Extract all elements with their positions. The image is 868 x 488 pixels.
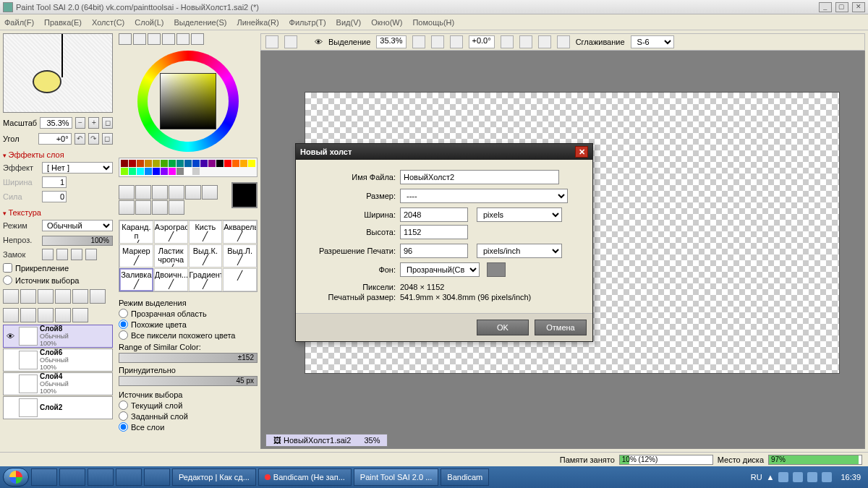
src-current-radio[interactable] <box>119 401 128 410</box>
rotate-tool[interactable] <box>135 200 151 215</box>
canvas-zoom-value[interactable]: 35.3% <box>376 35 406 48</box>
rotate-cw-button[interactable] <box>519 35 532 48</box>
scale-plus-button[interactable]: + <box>88 117 99 129</box>
navigator-thumbnail[interactable] <box>3 33 113 113</box>
swatch[interactable] <box>161 160 168 167</box>
swatch[interactable] <box>169 160 176 167</box>
brush-Ластик чponча[interactable]: Ластик чponча╱ <box>154 244 188 267</box>
menu-видv[interactable]: Вид(V) <box>336 18 362 27</box>
new-folder-button[interactable] <box>38 289 54 304</box>
tray-up-icon[interactable]: ▲ <box>767 473 775 481</box>
swatch[interactable] <box>145 160 152 167</box>
lasso-tool[interactable] <box>135 185 151 200</box>
lock-button-3[interactable] <box>71 249 82 260</box>
swatch[interactable] <box>153 160 160 167</box>
brush-Акварель[interactable]: Акварель╱ <box>223 221 257 244</box>
mixer-icon[interactable] <box>162 33 175 45</box>
move-tool[interactable] <box>202 185 218 200</box>
flatten-button[interactable] <box>38 308 54 322</box>
swatch[interactable] <box>176 168 184 175</box>
minimize-button[interactable]: _ <box>819 2 832 12</box>
pinned-app-2[interactable] <box>116 468 142 486</box>
menu-линейкаr[interactable]: Линейка(R) <box>237 18 278 27</box>
layer-misc-button[interactable] <box>72 308 88 322</box>
tray-icon-2[interactable] <box>793 472 803 482</box>
menu-помощьh[interactable]: Помощь(H) <box>412 18 454 27</box>
resolution-input[interactable] <box>400 244 468 258</box>
lock-button-1[interactable] <box>42 249 54 260</box>
brush-Аэрограф[interactable]: Аэрограф╱ <box>154 221 188 244</box>
clear-layer-button[interactable] <box>90 289 106 304</box>
resolution-unit-select[interactable]: pixels/inch <box>477 244 562 258</box>
width-input[interactable] <box>400 207 468 222</box>
hand-tool[interactable] <box>152 200 168 215</box>
rotate-reset-button[interactable] <box>538 35 551 48</box>
ok-button[interactable]: OK <box>477 320 529 335</box>
color-wheel[interactable] <box>137 51 239 152</box>
brush-Каранд. п[interactable]: Каранд. п╱ <box>119 221 153 244</box>
force-slider[interactable]: 45 px <box>119 376 258 386</box>
swatch[interactable] <box>184 168 192 175</box>
rect-select-tool[interactable] <box>119 185 135 200</box>
swatch[interactable] <box>200 160 208 167</box>
zoom-out-button[interactable] <box>412 35 425 48</box>
swatch[interactable] <box>129 168 136 175</box>
swatch[interactable] <box>137 160 144 167</box>
bg-color-swatch[interactable] <box>487 262 506 277</box>
swatch[interactable] <box>145 168 152 175</box>
opacity-slider[interactable]: 100% <box>42 236 113 246</box>
brush-Выд.К.[interactable]: Выд.К.╱ <box>189 244 223 267</box>
swatch[interactable] <box>121 168 128 175</box>
foreground-color[interactable] <box>231 182 258 208</box>
angle-cw-button[interactable]: ↷ <box>88 133 99 145</box>
color-wheel-icon[interactable] <box>119 33 132 45</box>
swatch[interactable] <box>153 168 160 175</box>
range-slider[interactable]: ±152 <box>119 353 258 363</box>
new-layer-button[interactable] <box>3 289 19 304</box>
tb-undo-icon[interactable] <box>265 35 278 48</box>
layer-item[interactable]: 👁Слой8Обычный100% <box>3 325 113 348</box>
src-specified-radio[interactable] <box>119 411 128 421</box>
angle-value[interactable]: +0° <box>38 133 72 145</box>
scale-reset-button[interactable]: ◻ <box>102 117 113 129</box>
zoom-in-button[interactable] <box>431 35 444 48</box>
lock-button-4[interactable] <box>85 249 97 260</box>
blend-mode-select[interactable]: Обычный <box>42 220 113 231</box>
start-button[interactable] <box>3 468 29 487</box>
pinned-explorer[interactable] <box>31 468 57 486</box>
tray-icon-3[interactable] <box>807 472 817 482</box>
menu-фильтрt[interactable]: Фильтр(T) <box>289 18 326 27</box>
brush-Заливка[interactable]: Заливка╱ <box>119 268 153 291</box>
tray-icon-4[interactable] <box>822 472 832 482</box>
layer-item[interactable]: Слой6Обычный100% <box>3 348 113 372</box>
text-tool[interactable] <box>185 185 201 200</box>
rgb-slider-icon[interactable] <box>133 33 146 45</box>
angle-reset-button[interactable]: ◻ <box>102 133 113 145</box>
dialog-close-button[interactable]: ✕ <box>575 146 588 158</box>
selmode-allsimilar-radio[interactable] <box>119 330 128 340</box>
menu-холстc[interactable]: Холст(C) <box>92 18 124 27</box>
shape-tool[interactable] <box>169 185 184 200</box>
filename-input[interactable] <box>400 170 559 184</box>
zoom-tool[interactable] <box>119 200 135 215</box>
tray-icon-1[interactable] <box>778 472 788 482</box>
brush-Маркер[interactable]: Маркер╱ <box>119 244 153 267</box>
swatch[interactable] <box>129 160 136 167</box>
trash-button[interactable] <box>55 308 71 322</box>
src-all-radio[interactable] <box>119 422 128 432</box>
swatch[interactable] <box>232 160 239 167</box>
angle-ccw-button[interactable]: ↶ <box>75 133 85 145</box>
clock[interactable]: 16:39 <box>836 473 865 481</box>
menu-выделениеs[interactable]: Выделение(S) <box>174 18 226 27</box>
swatch[interactable] <box>216 160 224 167</box>
height-input[interactable] <box>400 225 468 239</box>
layer-item[interactable]: Слой2 <box>3 396 113 419</box>
canvas-angle-value[interactable]: +0.0° <box>469 35 495 48</box>
brush-Кисть[interactable]: Кисть╱ <box>189 221 223 244</box>
smoothing-select[interactable]: S-6 <box>631 35 674 48</box>
swatch[interactable] <box>184 160 192 167</box>
bg-select[interactable]: Прозрачный(Свет <box>400 262 480 277</box>
taskbar-item[interactable]: Bandicam (Не зап... <box>258 468 352 486</box>
zoom-fit-button[interactable] <box>450 35 463 48</box>
flip-button[interactable] <box>557 35 570 48</box>
